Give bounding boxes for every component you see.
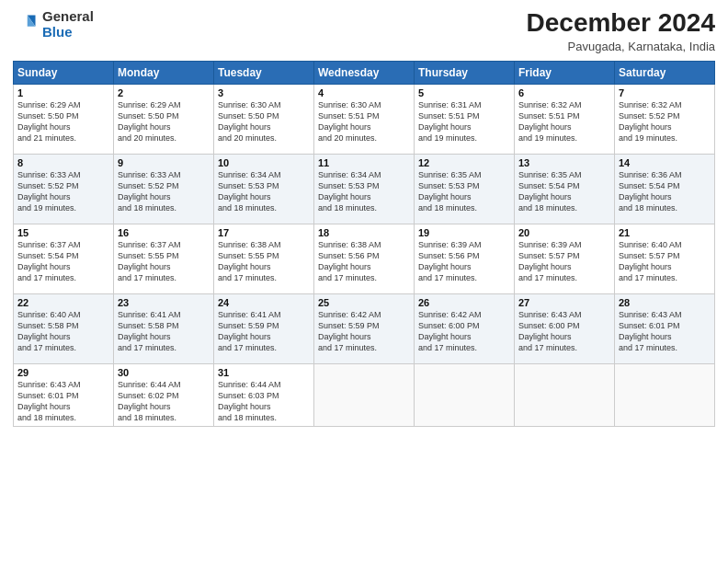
day-cell-18: 18 Sunrise: 6:38 AM Sunset: 5:56 PM Dayl…	[314, 224, 415, 293]
day-number: 5	[418, 87, 510, 98]
day-info: Sunrise: 6:33 AM Sunset: 5:52 PM Dayligh…	[118, 169, 210, 214]
day-number: 2	[118, 87, 210, 98]
day-info: Sunrise: 6:43 AM Sunset: 6:01 PM Dayligh…	[17, 379, 109, 424]
day-number: 16	[118, 227, 210, 238]
calendar-week-3: 15 Sunrise: 6:37 AM Sunset: 5:54 PM Dayl…	[14, 224, 715, 293]
day-number: 18	[318, 227, 410, 238]
logo-icon	[13, 12, 39, 38]
day-cell-31: 31 Sunrise: 6:44 AM Sunset: 6:03 PM Dayl…	[214, 363, 314, 427]
day-cell-26: 26 Sunrise: 6:42 AM Sunset: 6:00 PM Dayl…	[415, 293, 515, 363]
day-cell-9: 9 Sunrise: 6:33 AM Sunset: 5:52 PM Dayli…	[114, 154, 214, 224]
day-cell-17: 17 Sunrise: 6:38 AM Sunset: 5:55 PM Dayl…	[214, 224, 314, 293]
day-number: 21	[619, 227, 711, 238]
day-number: 9	[118, 157, 210, 168]
day-number: 8	[17, 157, 109, 168]
day-info: Sunrise: 6:34 AM Sunset: 5:53 PM Dayligh…	[318, 169, 410, 214]
day-info: Sunrise: 6:35 AM Sunset: 5:54 PM Dayligh…	[518, 169, 610, 214]
day-number: 6	[518, 87, 610, 98]
day-cell-3: 3 Sunrise: 6:30 AM Sunset: 5:50 PM Dayli…	[214, 84, 314, 154]
day-cell-7: 7 Sunrise: 6:32 AM Sunset: 5:52 PM Dayli…	[615, 84, 715, 154]
day-info: Sunrise: 6:40 AM Sunset: 5:57 PM Dayligh…	[619, 239, 711, 284]
calendar-week-5: 29 Sunrise: 6:43 AM Sunset: 6:01 PM Dayl…	[14, 363, 715, 427]
logo-blue: Blue	[42, 24, 73, 40]
day-cell-15: 15 Sunrise: 6:37 AM Sunset: 5:54 PM Dayl…	[14, 224, 114, 293]
day-info: Sunrise: 6:37 AM Sunset: 5:55 PM Dayligh…	[118, 239, 210, 284]
empty-cell	[615, 363, 715, 427]
day-info: Sunrise: 6:44 AM Sunset: 6:02 PM Dayligh…	[118, 379, 210, 424]
day-info: Sunrise: 6:34 AM Sunset: 5:53 PM Dayligh…	[218, 169, 310, 214]
day-info: Sunrise: 6:42 AM Sunset: 5:59 PM Dayligh…	[318, 309, 410, 354]
day-cell-12: 12 Sunrise: 6:35 AM Sunset: 5:53 PM Dayl…	[415, 154, 515, 224]
col-header-monday: Monday	[114, 61, 214, 84]
day-number: 23	[118, 297, 210, 308]
day-info: Sunrise: 6:35 AM Sunset: 5:53 PM Dayligh…	[418, 169, 510, 214]
day-info: Sunrise: 6:31 AM Sunset: 5:51 PM Dayligh…	[418, 99, 510, 144]
day-cell-23: 23 Sunrise: 6:41 AM Sunset: 5:58 PM Dayl…	[114, 293, 214, 363]
day-cell-2: 2 Sunrise: 6:29 AM Sunset: 5:50 PM Dayli…	[114, 84, 214, 154]
day-cell-11: 11 Sunrise: 6:34 AM Sunset: 5:53 PM Dayl…	[314, 154, 415, 224]
day-info: Sunrise: 6:38 AM Sunset: 5:56 PM Dayligh…	[318, 239, 410, 284]
day-cell-30: 30 Sunrise: 6:44 AM Sunset: 6:02 PM Dayl…	[114, 363, 214, 427]
day-number: 14	[619, 157, 711, 168]
day-info: Sunrise: 6:39 AM Sunset: 5:57 PM Dayligh…	[518, 239, 610, 284]
day-number: 7	[619, 87, 711, 98]
logo-text: General Blue	[42, 9, 94, 40]
day-number: 11	[318, 157, 410, 168]
day-cell-27: 27 Sunrise: 6:43 AM Sunset: 6:00 PM Dayl…	[515, 293, 615, 363]
day-cell-20: 20 Sunrise: 6:39 AM Sunset: 5:57 PM Dayl…	[515, 224, 615, 293]
col-header-friday: Friday	[515, 61, 615, 84]
day-number: 17	[218, 227, 310, 238]
day-info: Sunrise: 6:32 AM Sunset: 5:52 PM Dayligh…	[619, 99, 711, 144]
day-info: Sunrise: 6:29 AM Sunset: 5:50 PM Dayligh…	[118, 99, 210, 144]
day-number: 27	[518, 297, 610, 308]
location: Pavugada, Karnataka, India	[527, 40, 715, 53]
day-cell-5: 5 Sunrise: 6:31 AM Sunset: 5:51 PM Dayli…	[415, 84, 515, 154]
day-info: Sunrise: 6:33 AM Sunset: 5:52 PM Dayligh…	[17, 169, 109, 214]
day-number: 13	[518, 157, 610, 168]
calendar-week-1: 1 Sunrise: 6:29 AM Sunset: 5:50 PM Dayli…	[14, 84, 715, 154]
day-number: 26	[418, 297, 510, 308]
day-info: Sunrise: 6:36 AM Sunset: 5:54 PM Dayligh…	[619, 169, 711, 214]
day-number: 12	[418, 157, 510, 168]
title-block: December 2024 Pavugada, Karnataka, India	[527, 9, 715, 53]
day-number: 28	[619, 297, 711, 308]
day-info: Sunrise: 6:40 AM Sunset: 5:58 PM Dayligh…	[17, 309, 109, 354]
day-number: 25	[318, 297, 410, 308]
day-cell-29: 29 Sunrise: 6:43 AM Sunset: 6:01 PM Dayl…	[14, 363, 114, 427]
day-info: Sunrise: 6:38 AM Sunset: 5:55 PM Dayligh…	[218, 239, 310, 284]
empty-cell	[415, 363, 515, 427]
empty-cell	[314, 363, 415, 427]
day-info: Sunrise: 6:44 AM Sunset: 6:03 PM Dayligh…	[218, 379, 310, 424]
day-info: Sunrise: 6:30 AM Sunset: 5:51 PM Dayligh…	[318, 99, 410, 144]
day-info: Sunrise: 6:29 AM Sunset: 5:50 PM Dayligh…	[17, 99, 109, 144]
col-header-thursday: Thursday	[415, 61, 515, 84]
day-number: 31	[218, 367, 310, 378]
logo: General Blue	[13, 9, 94, 40]
day-cell-13: 13 Sunrise: 6:35 AM Sunset: 5:54 PM Dayl…	[515, 154, 615, 224]
day-cell-10: 10 Sunrise: 6:34 AM Sunset: 5:53 PM Dayl…	[214, 154, 314, 224]
day-number: 3	[218, 87, 310, 98]
calendar-header-row: SundayMondayTuesdayWednesdayThursdayFrid…	[14, 61, 715, 84]
day-cell-1: 1 Sunrise: 6:29 AM Sunset: 5:50 PM Dayli…	[14, 84, 114, 154]
day-cell-4: 4 Sunrise: 6:30 AM Sunset: 5:51 PM Dayli…	[314, 84, 415, 154]
day-number: 30	[118, 367, 210, 378]
day-number: 20	[518, 227, 610, 238]
day-info: Sunrise: 6:30 AM Sunset: 5:50 PM Dayligh…	[218, 99, 310, 144]
day-info: Sunrise: 6:42 AM Sunset: 6:00 PM Dayligh…	[418, 309, 510, 354]
day-cell-21: 21 Sunrise: 6:40 AM Sunset: 5:57 PM Dayl…	[615, 224, 715, 293]
day-cell-16: 16 Sunrise: 6:37 AM Sunset: 5:55 PM Dayl…	[114, 224, 214, 293]
day-number: 29	[17, 367, 109, 378]
day-number: 4	[318, 87, 410, 98]
day-cell-19: 19 Sunrise: 6:39 AM Sunset: 5:56 PM Dayl…	[415, 224, 515, 293]
col-header-wednesday: Wednesday	[314, 61, 415, 84]
empty-cell	[515, 363, 615, 427]
day-cell-25: 25 Sunrise: 6:42 AM Sunset: 5:59 PM Dayl…	[314, 293, 415, 363]
day-number: 10	[218, 157, 310, 168]
day-info: Sunrise: 6:43 AM Sunset: 6:00 PM Dayligh…	[518, 309, 610, 354]
day-number: 22	[17, 297, 109, 308]
header: General Blue December 2024 Pavugada, Kar…	[13, 9, 715, 53]
col-header-tuesday: Tuesday	[214, 61, 314, 84]
day-info: Sunrise: 6:41 AM Sunset: 5:59 PM Dayligh…	[218, 309, 310, 354]
day-cell-14: 14 Sunrise: 6:36 AM Sunset: 5:54 PM Dayl…	[615, 154, 715, 224]
day-cell-24: 24 Sunrise: 6:41 AM Sunset: 5:59 PM Dayl…	[214, 293, 314, 363]
